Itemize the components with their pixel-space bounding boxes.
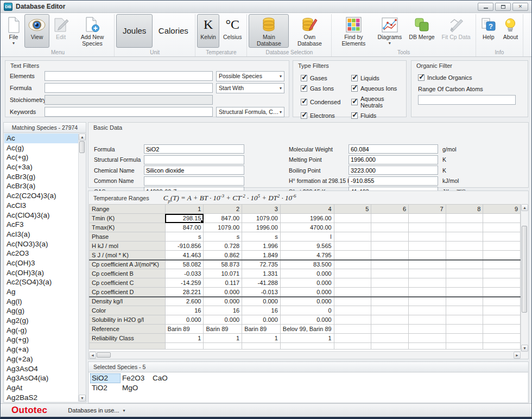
species-list-item[interactable]: Ag(+a) [4,345,78,354]
table-cell[interactable]: 1.996 [242,242,281,251]
table-cell[interactable]: -41.288 [242,278,281,288]
scroll-down-icon[interactable]: ▼ [521,345,528,352]
table-cell[interactable]: 16 [242,306,281,315]
table-cell[interactable]: 1079.00 [242,214,281,223]
table-cell[interactable] [483,232,521,242]
table-cell[interactable] [409,297,446,306]
ribbon-button-calories[interactable]: Calories [153,14,193,48]
table-cell[interactable] [446,288,483,297]
table-cell[interactable] [409,278,446,288]
table-cell[interactable]: 28.221 [165,288,204,297]
table-cell[interactable]: 9.565 [280,242,334,251]
table-cell[interactable] [371,315,409,325]
species-list-item[interactable]: Ag2(g) [4,316,78,326]
scroll-right-icon[interactable]: ► [514,352,521,359]
databases-in-use-button[interactable]: Databases in use... ▾ [68,407,125,414]
table-cell[interactable] [446,260,483,269]
checkbox-condensed[interactable]: Condensed [301,96,351,109]
table-cell[interactable] [483,214,521,223]
table-cell[interactable]: s [204,232,242,242]
table-cell[interactable]: 16 [165,306,204,315]
table-cell[interactable] [371,223,409,232]
table-cell[interactable]: 1 [242,334,281,343]
species-list-scrollbar[interactable]: ▲ ▼ [78,134,85,402]
table-cell[interactable] [483,315,521,325]
table-cell[interactable]: 0.117 [204,278,242,288]
ribbon-button-view[interactable]: View [24,14,49,48]
table-cell[interactable] [483,343,521,350]
table-cell[interactable] [334,325,371,334]
species-list-item[interactable]: Ac(ClO4)3(a) [4,211,78,220]
table-cell[interactable] [409,315,446,325]
table-cell[interactable] [371,334,409,343]
table-cell[interactable] [371,306,409,315]
species-list-item[interactable]: Ac(+3a) [4,162,78,172]
selected-species-item[interactable]: SiO2 [90,373,121,383]
table-cell[interactable] [334,334,371,343]
scrollbar-thumb[interactable] [97,352,111,358]
table-cell[interactable]: Barin 89 [165,325,204,334]
table-cell[interactable] [334,260,371,269]
structural-formula-input[interactable] [144,155,244,164]
common-name-input[interactable] [144,176,244,186]
table-cell[interactable] [409,343,446,350]
species-list-item[interactable]: Ac2(SO4)3(a) [4,277,78,287]
table-cell[interactable]: 847.00 [165,223,204,232]
table-cell[interactable] [409,214,446,223]
column-header[interactable]: 2 [204,205,242,214]
row-header-color[interactable]: Color [90,306,166,315]
table-cell[interactable]: -910.856 [165,242,204,251]
table-cell[interactable] [446,214,483,223]
table-horizontal-scrollbar[interactable]: ◄ ► [89,351,521,358]
row-header-density-kg-l[interactable]: Density kg/l [90,297,166,306]
table-cell[interactable]: 0.000 [280,315,334,325]
table-cell[interactable] [446,315,483,325]
table-cell[interactable] [446,223,483,232]
table-cell[interactable] [409,260,446,269]
species-list-item[interactable]: AgAt [4,383,78,393]
scroll-up-icon[interactable]: ▲ [79,134,86,141]
table-cell[interactable] [409,223,446,232]
column-header[interactable]: 4 [280,205,334,214]
table-cell[interactable]: 0.000 [280,288,334,297]
row-header-phase[interactable]: Phase [90,232,166,242]
table-cell[interactable] [409,334,446,343]
melting-point-input[interactable] [349,155,438,164]
species-list-item[interactable]: Ag(-g) [4,326,78,335]
table-cell[interactable] [483,251,521,260]
table-cell[interactable]: 0.862 [204,251,242,260]
table-cell[interactable]: -0.013 [242,288,281,297]
table-cell[interactable]: Barin 89 [204,325,242,334]
table-cell[interactable]: -0.033 [165,269,204,278]
table-cell[interactable] [334,306,371,315]
table-cell[interactable] [446,269,483,278]
boiling-point-input[interactable] [349,166,438,175]
table-cell[interactable] [446,306,483,315]
carbon-range-input[interactable] [418,95,516,105]
row-header-h-kj-mol[interactable]: H kJ / mol [90,242,166,251]
table-cell[interactable]: 41.463 [165,251,204,260]
table-cell[interactable] [204,343,242,350]
h-formation-at-298-15-k-input[interactable] [349,176,438,186]
formula-input[interactable] [45,83,213,93]
checkbox-gas-ions[interactable]: Gas Ions [301,85,351,92]
species-list-item[interactable]: AcBr3(g) [4,172,78,182]
row-header-cp-coefficient-b[interactable]: Cp coefficient B [90,269,166,278]
column-header[interactable]: 5 [334,205,371,214]
ribbon-button-about[interactable]: About [500,14,521,48]
table-cell[interactable]: 1 [204,334,242,343]
table-cell[interactable] [409,306,446,315]
species-list-item[interactable]: Ag [4,287,78,297]
species-list-item[interactable]: Ag(+g) [4,335,78,345]
row-header-cp-coefficient-d[interactable]: Cp coefficient D [90,288,166,297]
formula-mode-dropdown[interactable]: Start With▾ [216,83,284,93]
table-cell[interactable] [409,242,446,251]
table-cell[interactable]: Barin 89 [242,325,281,334]
table-cell[interactable] [483,288,521,297]
ribbon-button-db-merge[interactable]: DB Merge [406,14,438,48]
table-cell[interactable] [334,269,371,278]
scroll-down-icon[interactable]: ▼ [79,395,86,402]
species-list-item[interactable]: Ag(l) [4,297,78,307]
table-cell[interactable] [334,251,371,260]
ribbon-button-find-by-elements[interactable]: Find by Elements [333,14,373,48]
